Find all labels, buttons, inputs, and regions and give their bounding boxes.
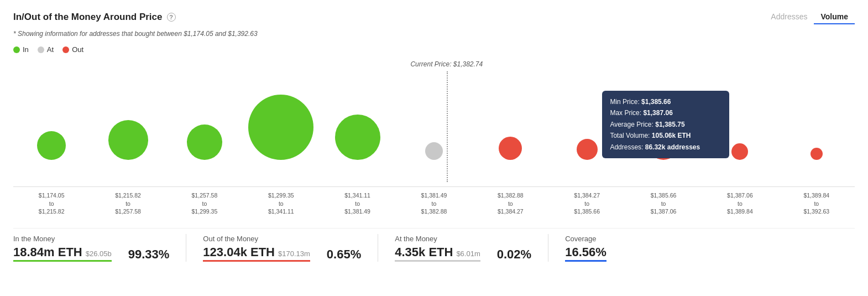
out-the-money-label: Out of the Money [203, 235, 310, 243]
legend-out: Out [62, 45, 83, 54]
summary-in-the-money: In the Money 18.84m ETH $26.05b [13, 235, 128, 262]
out-pct-value: 0.65% [327, 247, 361, 262]
legend-at-label: At [47, 45, 54, 54]
out-pct-label [327, 237, 361, 245]
in-pct-label [128, 237, 170, 245]
bubble-6[interactable] [499, 137, 522, 160]
in-pct-value: 99.33% [128, 247, 170, 262]
tab-group: Addresses Volume [764, 10, 855, 24]
in-dot [13, 46, 20, 53]
header: In/Out of the Money Around Price ? Addre… [13, 10, 855, 24]
bubble-2[interactable] [187, 124, 222, 160]
summary-row: In the Money 18.84m ETH $26.05b 99.33% O… [13, 228, 855, 262]
bubble-col-6[interactable] [472, 77, 548, 160]
coverage-value: 16.56% [565, 245, 606, 262]
at-the-money-value: 4.35k ETH $6.01m [395, 245, 480, 262]
tooltip-avg-value: $1,385.75 [655, 121, 684, 128]
in-the-money-usd: $26.05b [86, 250, 112, 258]
bubble-col-5[interactable] [396, 77, 472, 160]
tooltip-avg-price: Average Price: $1,385.75 [610, 119, 721, 130]
summary-at-the-money: At the Money 4.35k ETH $6.01m [395, 235, 497, 262]
at-the-money-label: At the Money [395, 235, 480, 243]
bubble-col-10[interactable] [778, 77, 855, 160]
coverage-label: Coverage [565, 235, 606, 243]
tooltip-addresses-value: 86.32k addresses [645, 143, 700, 151]
out-dot [62, 46, 69, 53]
xaxis: $1,174.05to$1,215.82$1,215.82to$1,257.58… [13, 189, 855, 216]
summary-at-pct-block: 0.02% [497, 237, 548, 262]
help-icon[interactable]: ? [167, 13, 176, 22]
xaxis-label-6: $1,382.88to$1,384.27 [472, 189, 548, 216]
current-price-label: Current Price: $1,382.74 [410, 60, 483, 68]
bubble-1[interactable] [108, 120, 148, 160]
bubble-col-1[interactable] [90, 77, 166, 160]
main-container: In/Out of the Money Around Price ? Addre… [0, 0, 868, 296]
at-pct-label [497, 237, 531, 245]
tooltip-avg-label: Average Price: [610, 121, 653, 128]
summary-out-pct-block: 0.65% [327, 237, 378, 262]
xaxis-label-7: $1,384.27to$1,385.66 [549, 189, 625, 216]
tooltip-max-value: $1,387.06 [643, 109, 672, 117]
out-the-money-eth: 123.04k ETH [203, 245, 275, 259]
title-text: In/Out of the Money Around Price [13, 12, 163, 23]
tooltip-min-value: $1,385.66 [641, 98, 671, 106]
legend-out-label: Out [72, 45, 83, 54]
at-dot [38, 46, 44, 53]
bubble-5[interactable] [425, 142, 443, 160]
bubble-col-3[interactable] [243, 77, 319, 160]
bubble-col-4[interactable] [319, 77, 395, 160]
xaxis-label-5: $1,381.49to$1,382.88 [396, 189, 472, 216]
tab-volume[interactable]: Volume [814, 10, 855, 24]
divider-3 [548, 234, 548, 262]
at-the-money-eth: 4.35k ETH [395, 245, 453, 259]
xaxis-label-10: $1,389.84to$1,392.63 [778, 189, 855, 216]
axis-line [13, 186, 855, 187]
chart-title: In/Out of the Money Around Price ? [13, 12, 176, 23]
legend-in: In [13, 45, 29, 54]
summary-out-the-money: Out of the Money 123.04k ETH $170.13m [203, 235, 326, 262]
tooltip-volume-value: 105.06k ETH [652, 132, 691, 139]
legend-at: At [38, 45, 54, 54]
summary-in-pct-block: 99.33% [128, 237, 186, 262]
tooltip-max-price: Max Price: $1,387.06 [610, 107, 721, 118]
bubble-10[interactable] [811, 148, 823, 160]
tooltip-volume: Total Volume: 105.06k ETH [610, 130, 721, 141]
tooltip: Min Price: $1,385.66 Max Price: $1,387.0… [602, 91, 729, 158]
at-pct-value: 0.02% [497, 247, 531, 262]
bubble-7[interactable] [577, 139, 598, 160]
xaxis-label-3: $1,299.35to$1,341.11 [243, 189, 319, 216]
xaxis-label-8: $1,385.66to$1,387.06 [625, 189, 702, 216]
chart-area: Current Price: $1,382.74 Min Price: $1,3… [13, 60, 855, 182]
out-the-money-usd: $170.13m [278, 250, 310, 258]
xaxis-label-9: $1,387.06to$1,389.84 [702, 189, 778, 216]
in-the-money-label: In the Money [13, 235, 112, 243]
at-the-money-usd: $6.01m [456, 250, 480, 258]
bubble-3[interactable] [248, 95, 313, 160]
divider-1 [186, 234, 186, 262]
bubble-col-2[interactable] [166, 77, 243, 160]
tooltip-min-label: Min Price: [610, 98, 639, 106]
tab-addresses[interactable]: Addresses [764, 10, 814, 24]
tooltip-max-label: Max Price: [610, 109, 641, 117]
in-the-money-eth: 18.84m ETH [13, 245, 82, 259]
bubble-0[interactable] [37, 131, 66, 160]
xaxis-label-1: $1,215.82to$1,257.58 [90, 189, 166, 216]
subtitle: * Showing information for addresses that… [13, 30, 855, 38]
bubble-4[interactable] [335, 115, 380, 160]
summary-coverage: Coverage 16.56% [565, 235, 623, 262]
out-the-money-value: 123.04k ETH $170.13m [203, 245, 310, 262]
xaxis-label-2: $1,257.58to$1,299.35 [166, 189, 243, 216]
legend-in-label: In [23, 45, 29, 54]
tooltip-addresses-label: Addresses: [610, 143, 643, 151]
bubble-col-0[interactable] [13, 77, 90, 160]
bubble-9[interactable] [731, 143, 748, 160]
legend: In At Out [13, 45, 855, 54]
tooltip-volume-label: Total Volume: [610, 132, 650, 139]
xaxis-label-4: $1,341.11to$1,381.49 [319, 189, 395, 216]
xaxis-label-0: $1,174.05to$1,215.82 [13, 189, 90, 216]
tooltip-addresses: Addresses: 86.32k addresses [610, 142, 721, 153]
divider-2 [378, 234, 378, 262]
in-the-money-value: 18.84m ETH $26.05b [13, 245, 112, 262]
tooltip-min-price: Min Price: $1,385.66 [610, 96, 721, 107]
